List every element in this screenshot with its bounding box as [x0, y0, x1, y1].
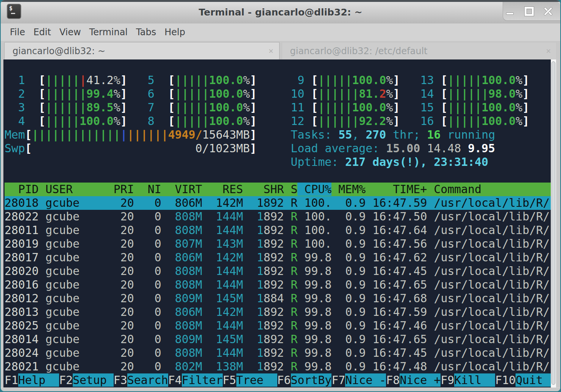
process-row[interactable]: 28013 gcube 20 0 806M 142M 1892 R 99.8 0…	[5, 305, 551, 319]
fkey-label-nice +[interactable]: Nice +	[400, 373, 441, 387]
tab-home[interactable]: giancarlo@dlib32: ~ ✕	[4, 42, 280, 59]
term-text	[161, 251, 168, 264]
process-row[interactable]: 28016 gcube 20 0 808M 144M 1892 R 99.8 0…	[5, 278, 551, 292]
process-row[interactable]: 28022 gcube 20 0 808M 144M 1892 R 100. 0…	[5, 210, 551, 223]
term-text: R	[291, 264, 298, 278]
close-button[interactable]	[543, 6, 553, 17]
term-text	[250, 223, 257, 237]
term-text	[427, 278, 434, 291]
tab-close-icon[interactable]: ✕	[542, 47, 551, 55]
menu-item-help[interactable]: Help	[164, 27, 185, 37]
term-text	[434, 73, 441, 87]
menu-item-view[interactable]: View	[59, 27, 81, 37]
process-row[interactable]: 28024 gcube 20 0 808M 144M 1892 R 99.8 0…	[5, 346, 551, 360]
term-text: 2	[11, 87, 25, 100]
fkey-f9[interactable]: F9	[441, 373, 454, 387]
fkey-label-quit[interactable]: Quit	[516, 373, 551, 387]
tab-label: giancarlo@dlib32: ~	[13, 46, 264, 56]
term-text: [	[311, 101, 318, 114]
term-text: 0.9	[339, 223, 366, 237]
term-text: |||||	[318, 73, 352, 87]
cpu-meter-row: 2 [||||||99.4%] 6 [|||||100.0%] 10 [||||…	[5, 87, 551, 101]
term-text: 16:47.62	[373, 251, 427, 264]
term-text	[332, 223, 339, 237]
term-text: gcube	[45, 292, 107, 305]
process-row[interactable]: 28019 gcube 20 0 807M 143M 1892 R 100. 0…	[5, 237, 551, 251]
fkey-f4[interactable]: F4	[168, 373, 182, 387]
menu-item-terminal[interactable]: Terminal	[89, 27, 128, 37]
term-text: gcube	[45, 333, 107, 346]
term-text: /usr/local/lib/R/	[434, 264, 550, 278]
tab-close-icon[interactable]: ✕	[264, 47, 273, 55]
fkey-f1[interactable]: F1	[5, 373, 18, 387]
term-text: 100.0	[80, 114, 114, 128]
process-row[interactable]: 28021 gcube 20 0 802M 138M 1892 R 99.8 0…	[5, 360, 551, 373]
term-text: 16:47.46	[373, 319, 427, 332]
term-text	[332, 319, 339, 332]
maximize-icon	[525, 7, 534, 16]
maximize-button[interactable]	[524, 6, 534, 17]
term-text	[250, 319, 257, 332]
term-text: 142M	[209, 251, 243, 264]
fkey-f2[interactable]: F2	[59, 373, 73, 387]
menu-item-file[interactable]: File	[10, 27, 25, 37]
process-row[interactable]: 28018 gcube 20 0 806M 142M 1892 R 100. 0…	[5, 196, 551, 210]
term-text: 99.8	[305, 292, 332, 305]
term-text	[39, 333, 45, 346]
process-row[interactable]: 28014 gcube 20 0 809M 145M 1892 R 99.8 0…	[5, 333, 551, 346]
process-row[interactable]: 28011 gcube 20 0 808M 144M 1892 R 100. 0…	[5, 223, 551, 237]
term-text	[250, 292, 257, 305]
fkey-f8[interactable]: F8	[386, 373, 400, 387]
term-text: 143M	[209, 237, 243, 250]
fkey-f5[interactable]: F5	[223, 373, 236, 387]
term-text	[332, 346, 339, 359]
process-row[interactable]: 28025 gcube 20 0 808M 144M 1892 R 99.8 0…	[5, 319, 551, 333]
fkey-label-filter[interactable]: Filter	[182, 373, 223, 387]
tab-etc-default[interactable]: giancarlo@dlib32: /etc/default ✕	[282, 42, 557, 59]
term-text: gcube	[45, 278, 107, 291]
term-text	[332, 237, 339, 250]
fkey-label-nice -[interactable]: Nice -	[345, 373, 386, 387]
terminal-screen[interactable]: 1 [||||||41.2%] 5 [|||||100.0%] 9 [|||||…	[3, 59, 551, 387]
term-text	[332, 264, 339, 278]
process-row[interactable]: 28020 gcube 20 0 808M 144M 1892 R 99.8 0…	[5, 264, 551, 278]
function-key-bar[interactable]: F1Help F2Setup F3SearchF4FilterF5Tree F6…	[5, 373, 551, 387]
menu-item-tabs[interactable]: Tabs	[136, 27, 156, 37]
term-text: 1	[257, 196, 264, 209]
titlebar[interactable]: Terminal - giancarlo@dlib32: ~	[1, 2, 560, 23]
term-text	[243, 333, 250, 346]
fkey-label-kill[interactable]: Kill	[454, 373, 495, 387]
term-text: ||||||	[45, 87, 86, 100]
table-header-row[interactable]: PID USER PRI NI VIRT RES SHR S CPU% MEM%…	[5, 183, 551, 196]
fkey-f3[interactable]: F3	[114, 373, 127, 387]
fkey-label-tree[interactable]: Tree	[236, 373, 277, 387]
fkey-label-sortby[interactable]: SortBy	[291, 373, 332, 387]
fkey-f7[interactable]: F7	[331, 373, 345, 387]
term-text	[427, 305, 434, 319]
term-text	[332, 305, 339, 319]
term-text: /usr/local/lib/R/	[434, 319, 550, 332]
fkey-label-search[interactable]: Search	[127, 373, 168, 387]
term-text: 892	[264, 360, 284, 373]
process-row[interactable]: 28017 gcube 20 0 806M 142M 1892 R 99.8 0…	[5, 251, 551, 264]
scrollbar-thumb[interactable]	[552, 61, 555, 385]
term-text	[202, 223, 209, 237]
term-text: 100.0	[209, 114, 243, 128]
term-text: 28011	[5, 223, 39, 237]
term-text	[134, 251, 141, 264]
term-text	[434, 87, 441, 100]
term-text: 99.8	[305, 346, 332, 359]
menu-item-edit[interactable]: Edit	[33, 27, 51, 37]
term-text	[284, 223, 291, 237]
fkey-f10[interactable]: F10	[495, 373, 516, 387]
term-text	[202, 251, 209, 264]
term-text: 99.8	[305, 319, 332, 332]
term-text: 20	[114, 264, 134, 278]
process-row[interactable]: 28012 gcube 20 0 809M 145M 1884 R 99.8 0…	[5, 292, 551, 305]
term-text: 809M	[168, 292, 202, 305]
fkey-f6[interactable]: F6	[277, 373, 291, 387]
fkey-label-setup[interactable]: Setup	[73, 373, 114, 387]
fkey-label-help[interactable]: Help	[18, 373, 59, 387]
minimize-button[interactable]	[505, 6, 516, 17]
scrollbar[interactable]	[551, 59, 556, 387]
